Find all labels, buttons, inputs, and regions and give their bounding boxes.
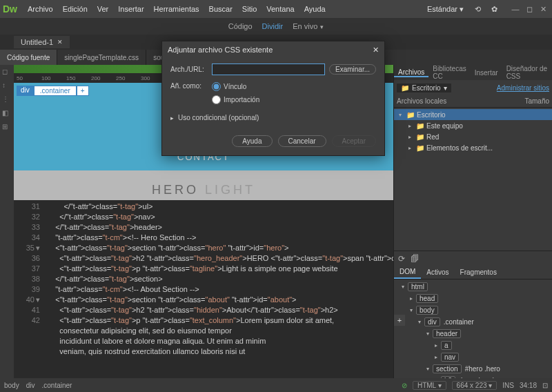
dom-tree-item[interactable]: ▾section#hero .hero xyxy=(394,363,552,375)
dom-tree-item[interactable]: ▾div.container xyxy=(394,316,552,328)
tool-icon[interactable]: ◧ xyxy=(2,109,12,119)
status-size[interactable]: 664 x 223 ▾ xyxy=(452,381,497,390)
tab-dom[interactable]: DOM xyxy=(394,266,421,279)
tab-bibliotecas[interactable]: Bibliotecas CC xyxy=(428,65,470,80)
files-columns: Archivos locales Tamaño xyxy=(394,95,552,108)
dom-tree-item[interactable]: ▸nav xyxy=(394,351,552,363)
tool-icon[interactable]: ⊞ xyxy=(2,123,12,133)
menu-ver[interactable]: Ver xyxy=(92,5,114,13)
tab-fragmentos[interactable]: Fragmentos xyxy=(455,266,502,279)
menu-insertar[interactable]: Insertar xyxy=(113,5,148,13)
collect-icon[interactable]: 🗐 xyxy=(411,254,419,264)
breadcrumb-body[interactable]: body xyxy=(4,382,19,389)
menu-herramientas[interactable]: Herramientas xyxy=(149,5,204,13)
menu-ventana[interactable]: Ventana xyxy=(262,5,299,13)
tool-icon[interactable]: ◻ xyxy=(2,68,12,77)
selected-tag: div xyxy=(17,86,34,96)
status-ins[interactable]: INS xyxy=(502,382,514,389)
menu-buscar[interactable]: Buscar xyxy=(204,5,237,13)
view-split[interactable]: Dividir xyxy=(262,22,284,30)
site-dropdown[interactable]: 📁 Escritorio ▾ xyxy=(397,84,451,92)
status-lang[interactable]: HTML ▾ xyxy=(413,381,446,390)
files-toolbar: 📁 Escritorio ▾ Administrar sitios xyxy=(394,80,552,95)
dom-tree-item[interactable]: ▸a xyxy=(394,340,552,351)
file-tree-item[interactable]: ▾📁Escritorio xyxy=(394,109,552,120)
settings-icon[interactable]: ✿ xyxy=(487,2,501,16)
tab-insertar[interactable]: Insertar xyxy=(471,69,502,77)
file-tree-item[interactable]: ▸📁Red xyxy=(394,131,552,142)
dom-tree-item[interactable]: ▾body xyxy=(394,304,552,316)
tab-archivos[interactable]: Archivos xyxy=(394,68,428,77)
menu-ayuda[interactable]: Ayuda xyxy=(299,5,331,13)
cancel-button[interactable]: Cancelar xyxy=(278,135,326,147)
dialog-close-icon[interactable]: ✕ xyxy=(373,46,379,55)
status-time: 34:18 xyxy=(520,382,537,389)
radio-import[interactable]: Importación xyxy=(212,95,259,104)
chevron-right-icon: ▸ xyxy=(170,115,174,121)
radio-link[interactable]: Vínculo xyxy=(212,82,259,91)
document-tab[interactable]: Untitled-1 ✕ xyxy=(14,36,70,48)
view-code[interactable]: Código xyxy=(228,22,253,30)
tool-icon[interactable]: ⋮ xyxy=(2,95,12,105)
line-gutter: 3132333435▾3637383940▾4142 xyxy=(14,200,44,378)
menubar: Dw Archivo Edición Ver Insertar Herramie… xyxy=(0,0,552,18)
close-window-button[interactable]: ✕ xyxy=(537,4,549,14)
file-tree[interactable]: ▾📁Escritorio▸📁Este equipo▸📁Red▸📁Elemento… xyxy=(394,108,552,155)
dialog-title: Adjuntar archivo CSS existente xyxy=(168,46,273,54)
dom-panel-tabs: DOM Activos Fragmentos xyxy=(394,266,552,280)
tool-icon[interactable]: ↕ xyxy=(2,81,12,91)
left-toolbar: ◻ ↕ ⋮ ◧ ⊞ xyxy=(0,65,14,378)
col-size[interactable]: Tamaño xyxy=(524,97,549,105)
element-selector[interactable]: div .container + xyxy=(17,86,89,96)
app-logo: Dw xyxy=(3,3,17,14)
status-check-icon[interactable]: ⊘ xyxy=(402,382,407,389)
subtab-css[interactable]: singlePageTemplate.css xyxy=(57,50,146,65)
dom-tree[interactable]: ▾html▸head▾body+▾div.container▾header▸a▸… xyxy=(394,280,552,378)
subtab-source[interactable]: Código fuente xyxy=(0,50,57,65)
dom-tree-item[interactable]: ▸h2.hero_header xyxy=(394,375,552,378)
menu-archivo[interactable]: Archivo xyxy=(23,5,58,13)
sync-icon[interactable]: ⟲ xyxy=(471,2,484,16)
addas-label: Añ. como: xyxy=(170,82,212,90)
maximize-button[interactable]: ◻ xyxy=(523,4,535,14)
dom-tree-item[interactable]: ▸head xyxy=(394,293,552,304)
code-content[interactable]: </"t-attr">class="t-tag">ul> </"t-attr">… xyxy=(44,200,393,378)
selected-class: .container xyxy=(34,86,77,96)
conditional-use-toggle[interactable]: ▸ Uso condicional (opcional) xyxy=(170,111,376,128)
preview-hero-text: HERO LIGHT xyxy=(14,170,393,200)
browse-button[interactable]: Examinar... xyxy=(329,64,376,75)
ok-button[interactable]: Aceptar xyxy=(332,135,376,147)
view-live[interactable]: En vivo xyxy=(293,22,324,30)
breadcrumb-div[interactable]: div xyxy=(26,382,35,389)
status-bar: body div .container ⊘ HTML ▾ 664 x 223 ▾… xyxy=(0,378,552,392)
code-editor[interactable]: 3132333435▾3637383940▾4142 </"t-attr">cl… xyxy=(14,200,393,378)
dom-add-button[interactable]: + xyxy=(394,315,405,326)
view-switcher: Código Dividir En vivo xyxy=(0,18,552,35)
refresh-icon[interactable]: ⟳ xyxy=(398,254,405,264)
help-button[interactable]: Ayuda xyxy=(232,135,272,147)
tab-css-designer[interactable]: Diseñador de CSS xyxy=(502,65,552,80)
menu-sitio[interactable]: Sitio xyxy=(237,5,262,13)
attach-css-dialog: Adjuntar archivo CSS existente ✕ Arch./U… xyxy=(161,41,385,156)
minimize-button[interactable]: — xyxy=(509,4,522,14)
breadcrumb-container[interactable]: .container xyxy=(41,382,72,389)
col-local[interactable]: Archivos locales xyxy=(397,97,446,105)
file-tree-item[interactable]: ▸📁Este equipo xyxy=(394,120,552,131)
file-tree-item[interactable]: ▸📁Elementos de escrit... xyxy=(394,142,552,153)
url-label: Arch./URL: xyxy=(170,66,212,73)
add-selector-button[interactable]: + xyxy=(77,86,89,96)
menu-edicion[interactable]: Edición xyxy=(58,5,92,13)
manage-sites-link[interactable]: Administrar sitios xyxy=(497,84,549,92)
dom-tree-item[interactable]: ▾header xyxy=(394,328,552,340)
right-panel-tabs: Archivos Bibliotecas CC Insertar Diseñad… xyxy=(394,65,552,80)
dom-toolbar: ⟳ 🗐 xyxy=(394,251,552,266)
close-tab-icon[interactable]: ✕ xyxy=(57,39,63,46)
tab-title: Untitled-1 xyxy=(21,38,53,46)
status-viewport-icon[interactable]: ⊡ xyxy=(542,382,548,389)
workspace-switcher[interactable]: Estándar ▾ xyxy=(423,5,468,14)
tab-activos[interactable]: Activos xyxy=(421,266,454,279)
dom-tree-item[interactable]: ▾html xyxy=(394,281,552,293)
url-input[interactable] xyxy=(212,63,325,75)
